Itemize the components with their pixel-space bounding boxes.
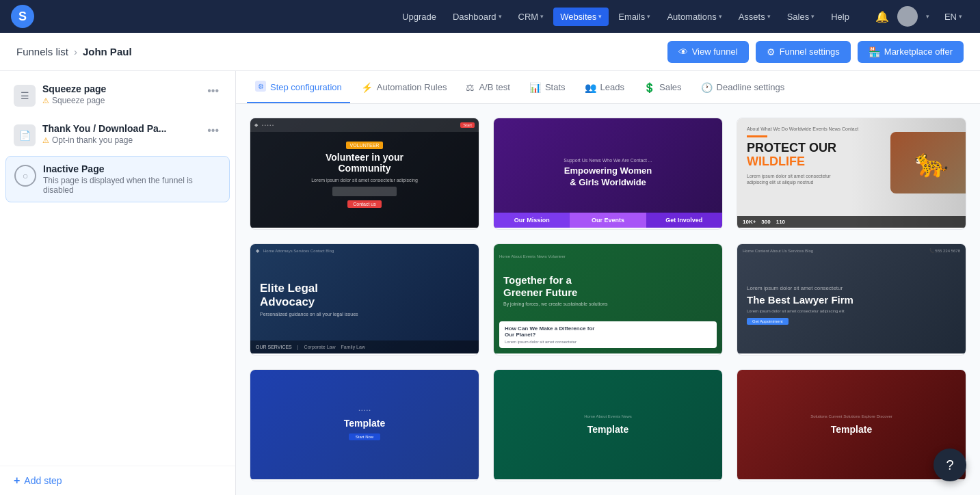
avatar[interactable]: [897, 6, 918, 27]
nav-right: 🔔 ▾ EN ▾: [875, 6, 969, 27]
template-card[interactable]: ◆ Home Attorneys Services Contact Blog E…: [250, 243, 479, 356]
tab-stats[interactable]: 📊 Stats: [521, 72, 574, 103]
tabs-bar: ⚙ Step configuration ⚡ Automation Rules …: [236, 71, 980, 104]
tab-deadline-settings[interactable]: 🕐 Deadline settings: [693, 72, 793, 103]
warning-icon: ⚠: [42, 96, 49, 105]
sidebar-item-title: Thank You / Download Pa...: [42, 123, 198, 134]
sidebar-item-squeeze[interactable]: ☰ Squeeze page ⚠ Squeeze page •••: [5, 77, 230, 113]
marketplace-offer-button[interactable]: 🏪 Marketplace offer: [858, 41, 964, 63]
chart-icon: 📊: [529, 82, 541, 93]
nav-links: Upgrade Dashboard ▾ CRM ▾ Websites ▾ Ema…: [395, 8, 856, 26]
sidebar-item-inactive[interactable]: ○ Inactive Page This page is displayed w…: [5, 156, 230, 202]
svg-text:⚙: ⚙: [258, 83, 264, 90]
sidebar-item-content: Inactive Page This page is displayed whe…: [43, 163, 221, 195]
nav-crm[interactable]: CRM ▾: [512, 8, 551, 26]
gear-icon: ⚙: [767, 46, 776, 57]
more-menu-icon[interactable]: •••: [204, 123, 222, 138]
template-preview: About What We Do Worldwide Events News C…: [737, 118, 966, 228]
breadcrumb-separator: ›: [74, 46, 77, 57]
chevron-down-icon: ▾: [499, 13, 502, 20]
eye-icon: 👁: [678, 46, 688, 57]
template-card[interactable]: ◆ • • • • • Start VOLUNTEER Volunteer in…: [250, 118, 479, 230]
template-preview: Home Content About Us Services Blog 📞 55…: [737, 244, 966, 353]
template-grid: ◆ • • • • • Start VOLUNTEER Volunteer in…: [236, 104, 980, 495]
settings-icon: ⚙: [255, 81, 266, 94]
breadcrumb-parent[interactable]: Funnels list: [16, 46, 68, 57]
leads-icon: 👥: [585, 82, 596, 93]
ab-test-icon: ⚖: [466, 82, 475, 93]
logo[interactable]: S: [11, 5, 34, 28]
template-card-footer: ⋮⋮: [250, 228, 479, 230]
question-mark-icon: ?: [946, 457, 953, 473]
template-preview: ◆ • • • • • Start VOLUNTEER Volunteer in…: [250, 118, 479, 228]
template-card[interactable]: Home Content About Us Services Blog 📞 55…: [737, 243, 966, 356]
chevron-down-icon: ▾: [767, 13, 771, 20]
template-preview: Support Us News Who We Are Contact ... E…: [494, 118, 722, 228]
nav-sales[interactable]: Sales ▾: [780, 8, 822, 26]
nav-emails[interactable]: Emails ▾: [611, 8, 657, 26]
tab-item: Our Mission: [494, 213, 570, 228]
help-fab-button[interactable]: ?: [933, 449, 966, 481]
add-step-button[interactable]: + Add step: [0, 466, 235, 495]
chevron-down-icon: ▾: [719, 13, 722, 20]
more-menu-icon[interactable]: •••: [204, 83, 222, 98]
tab-bar: Our Mission Our Events Get Involved: [494, 213, 722, 228]
action-buttons: 👁 View funnel ⚙ Funnel settings 🏪 Market…: [667, 41, 964, 63]
template-card-footer: ⋮⋮: [494, 228, 722, 230]
warning-icon: ⚠: [42, 136, 49, 145]
sidebar-item-thankyou[interactable]: 📄 Thank You / Download Pa... ⚠ Opt-in th…: [5, 116, 230, 153]
template-preview: ◆ Home Attorneys Services Contact Blog E…: [250, 244, 479, 353]
view-funnel-button[interactable]: 👁 View funnel: [667, 41, 749, 63]
breadcrumb-bar: Funnels list › John Paul 👁 View funnel ⚙…: [0, 33, 980, 71]
nav-upgrade[interactable]: Upgrade: [395, 8, 443, 26]
chevron-down-icon[interactable]: ▾: [926, 13, 929, 20]
tab-step-configuration[interactable]: ⚙ Step configuration: [247, 71, 350, 103]
template-card[interactable]: About What We Do Worldwide Events News C…: [737, 118, 966, 230]
sidebar-item-subtitle: ⚠ Opt-in thank you page: [42, 135, 198, 145]
sidebar-item-title: Inactive Page: [43, 163, 221, 174]
tab-leads[interactable]: 👥 Leads: [577, 72, 633, 103]
template-card[interactable]: Home About Events News Template ⋮⋮: [493, 369, 723, 481]
sidebar: ☰ Squeeze page ⚠ Squeeze page ••• 📄 Than…: [0, 71, 236, 495]
funnel-settings-button[interactable]: ⚙ Funnel settings: [756, 41, 851, 63]
clock-icon: 🕐: [701, 82, 713, 93]
template-card-footer: ⋮⋮: [737, 228, 966, 230]
chevron-down-icon: ▾: [647, 13, 650, 20]
sidebar-item-content: Squeeze page ⚠ Squeeze page: [42, 83, 198, 105]
template-card[interactable]: Home About Events News Volunteer Togethe…: [493, 243, 723, 356]
sidebar-item-subtitle: This page is displayed when the funnel i…: [43, 176, 221, 195]
nav-websites[interactable]: Websites ▾: [553, 8, 609, 26]
tab-automation-rules[interactable]: ⚡ Automation Rules: [353, 72, 455, 103]
nav-dashboard[interactable]: Dashboard ▾: [446, 8, 509, 26]
chevron-down-icon: ▾: [598, 13, 602, 20]
dollar-icon: 💲: [644, 82, 655, 93]
nav-help[interactable]: Help: [824, 8, 856, 26]
nav-assets[interactable]: Assets ▾: [732, 8, 778, 26]
chevron-down-icon: ▾: [811, 13, 815, 20]
store-icon: 🏪: [869, 46, 880, 57]
template-preview: Solutions Current Solutions Explore Disc…: [737, 370, 966, 479]
tab-sales[interactable]: 💲 Sales: [635, 72, 690, 103]
inactive-icon: ○: [14, 165, 36, 187]
nav-automations[interactable]: Automations ▾: [660, 8, 728, 26]
template-card[interactable]: Solutions Current Solutions Explore Disc…: [737, 369, 966, 481]
main-layout: ☰ Squeeze page ⚠ Squeeze page ••• 📄 Than…: [0, 71, 980, 495]
bell-icon[interactable]: 🔔: [875, 10, 889, 23]
template-card-footer: ⋮⋮: [250, 479, 479, 481]
tab-item: Our Events: [570, 213, 646, 228]
template-card-footer: ⋮⋮: [250, 353, 479, 356]
nav-lang[interactable]: EN ▾: [938, 8, 969, 26]
template-preview: Home About Events News Template: [494, 370, 722, 479]
template-card-footer: ⋮⋮: [737, 479, 966, 481]
template-card[interactable]: • • • • • Template Start Now ⋮⋮: [250, 369, 479, 481]
template-preview: • • • • • Template Start Now: [250, 370, 479, 479]
plus-icon: +: [14, 474, 20, 487]
page-icon: 📄: [14, 124, 36, 146]
sidebar-item-content: Thank You / Download Pa... ⚠ Opt-in than…: [42, 123, 198, 145]
sidebar-item-subtitle: ⚠ Squeeze page: [42, 96, 198, 105]
sidebar-item-title: Squeeze page: [42, 83, 198, 94]
template-card-footer: ⋮⋮: [494, 479, 722, 481]
chevron-down-icon: ▾: [540, 13, 544, 20]
template-card[interactable]: Support Us News Who We Are Contact ... E…: [493, 118, 723, 230]
tab-ab-test[interactable]: ⚖ A/B test: [458, 72, 518, 103]
